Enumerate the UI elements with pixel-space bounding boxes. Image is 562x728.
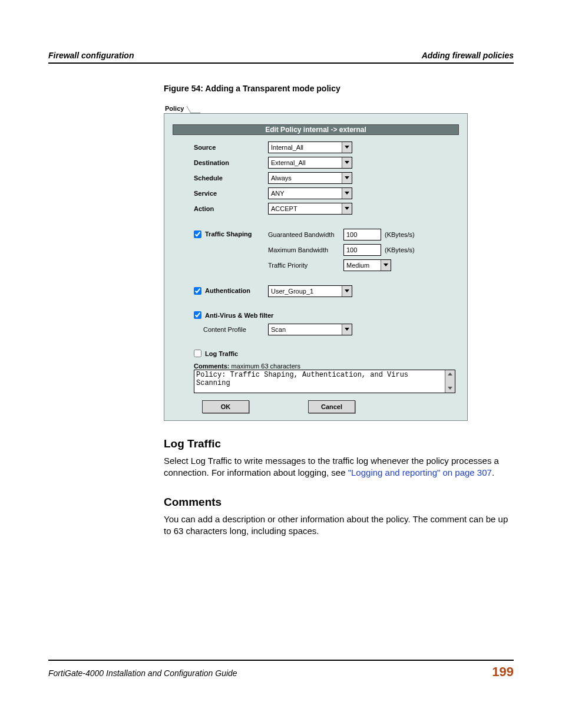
- dropdown-icon[interactable]: [342, 188, 352, 199]
- page-footer: FortiGate-4000 Installation and Configur…: [48, 660, 514, 680]
- log-traffic-checkbox[interactable]: [194, 350, 201, 357]
- traffic-priority-value[interactable]: [344, 260, 381, 271]
- maximum-bandwidth-input[interactable]: [343, 244, 381, 256]
- dropdown-icon[interactable]: [342, 173, 352, 183]
- footer-title: FortiGate-4000 Installation and Configur…: [48, 668, 237, 678]
- antivirus-checkbox[interactable]: [194, 311, 201, 319]
- authentication-checkbox-wrap[interactable]: Authentication: [173, 287, 250, 295]
- scroll-down-icon[interactable]: [445, 384, 455, 393]
- traffic-shaping-checkbox[interactable]: [194, 230, 201, 238]
- maximum-bandwidth-value[interactable]: [344, 245, 381, 255]
- destination-label: Destination: [173, 159, 268, 166]
- guaranteed-bandwidth-unit: (KBytes/s): [385, 231, 415, 238]
- service-select-value[interactable]: [269, 188, 342, 199]
- comments-paragraph: You can add a description or other infor…: [164, 513, 514, 538]
- schedule-label: Schedule: [173, 174, 268, 182]
- comments-hint: maximum 63 characters: [230, 363, 300, 370]
- dropdown-icon[interactable]: [342, 286, 352, 297]
- log-traffic-paragraph: Select Log Traffic to write messages to …: [164, 455, 514, 479]
- log-traffic-checkbox-wrap[interactable]: Log Traffic: [173, 350, 238, 357]
- comments-heading: Comments: [164, 496, 514, 509]
- guaranteed-bandwidth-value[interactable]: [344, 229, 381, 240]
- policy-panel: Edit Policy internal -> external Source …: [164, 113, 468, 421]
- tab-row: Policy: [164, 104, 468, 113]
- content-profile-value[interactable]: [269, 324, 342, 335]
- figure-caption: Figure 54: Adding a Transparent mode pol…: [164, 84, 514, 93]
- dropdown-icon[interactable]: [342, 324, 352, 335]
- scrollbar[interactable]: [445, 370, 455, 393]
- source-select-value[interactable]: [269, 142, 342, 153]
- service-select[interactable]: [268, 187, 352, 199]
- authentication-select[interactable]: [268, 285, 352, 297]
- dropdown-icon[interactable]: [381, 260, 391, 271]
- traffic-shaping-checkbox-wrap[interactable]: Traffic Shaping: [173, 230, 252, 238]
- maximum-bandwidth-unit: (KBytes/s): [385, 246, 415, 253]
- action-select-value[interactable]: [269, 203, 342, 214]
- svg-marker-7: [345, 328, 349, 331]
- comments-label: Comments:: [194, 363, 230, 370]
- service-label: Service: [173, 190, 268, 197]
- header-left: Firewall configuration: [48, 51, 134, 60]
- ok-button[interactable]: OK: [202, 400, 249, 413]
- schedule-select-value[interactable]: [269, 173, 342, 183]
- guaranteed-bandwidth-label: Guaranteed Bandwidth: [268, 231, 340, 238]
- comments-label-row: Comments: maximum 63 characters: [173, 363, 459, 370]
- svg-marker-3: [345, 192, 349, 195]
- traffic-priority-select[interactable]: [343, 259, 391, 271]
- content-profile-select[interactable]: [268, 324, 352, 335]
- traffic-priority-label: Traffic Priority: [268, 262, 340, 269]
- authentication-checkbox[interactable]: [194, 287, 201, 295]
- action-select[interactable]: [268, 203, 352, 215]
- guaranteed-bandwidth-input[interactable]: [343, 229, 381, 241]
- logging-reporting-link[interactable]: "Logging and reporting" on page 307: [348, 467, 492, 477]
- svg-marker-2: [345, 176, 349, 179]
- scroll-up-icon[interactable]: [445, 370, 455, 378]
- cancel-button[interactable]: Cancel: [308, 400, 355, 413]
- page-header: Firewall configuration Adding firewall p…: [48, 51, 514, 64]
- maximum-bandwidth-label: Maximum Bandwidth: [268, 246, 340, 253]
- schedule-select[interactable]: [268, 172, 352, 184]
- antivirus-label: Anti-Virus & Web filter: [205, 312, 273, 319]
- source-label: Source: [173, 144, 268, 151]
- svg-marker-8: [448, 373, 452, 375]
- dropdown-icon[interactable]: [342, 203, 352, 214]
- tab-policy[interactable]: Policy: [164, 104, 190, 113]
- comments-textarea-wrap[interactable]: [194, 370, 455, 393]
- antivirus-checkbox-wrap[interactable]: Anti-Virus & Web filter: [173, 311, 273, 319]
- svg-marker-6: [345, 289, 349, 292]
- log-traffic-heading: Log Traffic: [164, 437, 514, 450]
- destination-select-value[interactable]: [269, 157, 342, 168]
- header-right: Adding firewall policies: [422, 51, 514, 60]
- svg-marker-4: [345, 207, 349, 210]
- authentication-select-value[interactable]: [269, 286, 342, 297]
- log-traffic-label: Log Traffic: [205, 350, 238, 357]
- svg-marker-0: [345, 146, 349, 149]
- action-label: Action: [173, 205, 268, 212]
- edit-policy-title-bar: Edit Policy internal -> external: [173, 124, 459, 135]
- dropdown-icon[interactable]: [342, 157, 352, 168]
- destination-select[interactable]: [268, 157, 352, 169]
- content-profile-label: Content Profile: [173, 326, 268, 333]
- authentication-label: Authentication: [205, 287, 250, 294]
- log-para-post: .: [492, 467, 494, 477]
- dropdown-icon[interactable]: [342, 142, 352, 153]
- comments-textarea[interactable]: [194, 370, 445, 393]
- svg-marker-5: [384, 263, 388, 266]
- svg-marker-1: [345, 161, 349, 164]
- page-number: 199: [492, 664, 514, 680]
- traffic-shaping-label: Traffic Shaping: [205, 230, 252, 238]
- svg-marker-9: [448, 387, 452, 390]
- source-select[interactable]: [268, 141, 352, 153]
